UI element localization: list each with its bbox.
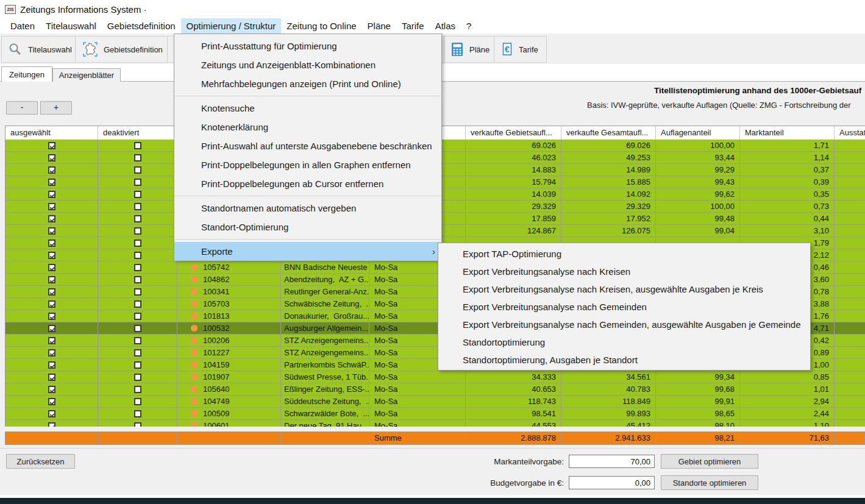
menu-item-print-doppelbelegungen-in-allen-graphen-entfernen[interactable]: Print-Doppelbelegungen in allen Graphen … — [174, 155, 441, 174]
header-col-marktanteil[interactable]: Marktanteil — [740, 126, 835, 140]
budget-target-input[interactable] — [569, 476, 655, 489]
deaktiviert-checkbox[interactable] — [134, 422, 141, 427]
ausgewaehlt-checkbox[interactable] — [48, 361, 55, 369]
ausgewaehlt-checkbox[interactable] — [48, 300, 55, 308]
deaktiviert-checkbox[interactable] — [134, 337, 141, 344]
deaktiviert-checkbox[interactable] — [134, 154, 141, 161]
deaktiviert-checkbox[interactable] — [134, 276, 141, 283]
plaene-button[interactable]: Pläne — [444, 37, 494, 62]
menu-item-zeitungs-und-anzeigenblatt-kombinationen[interactable]: Zeitungs und Anzeigenblatt-Kombinationen — [174, 55, 441, 74]
deaktiviert-checkbox[interactable] — [134, 264, 141, 271]
menubar-item-help[interactable]: ? — [461, 18, 477, 34]
submenu-item-export-tap-optimierung[interactable]: Export TAP-Optimierung — [438, 245, 810, 263]
tab-zeitungen[interactable]: Zeitungen — [1, 66, 52, 82]
menu-item-knotenerkl-rung[interactable]: Knotenerklärung — [174, 118, 441, 137]
menubar-item-pl-ne[interactable]: Pläne — [362, 18, 396, 34]
menu-item-exporte[interactable]: Exporte› — [174, 242, 441, 261]
deaktiviert-checkbox[interactable] — [134, 398, 141, 405]
ausgewaehlt-checkbox[interactable] — [48, 142, 55, 149]
deaktiviert-checkbox[interactable] — [134, 191, 141, 198]
deaktiviert-checkbox[interactable] — [134, 374, 141, 381]
marketshare-target-input[interactable] — [569, 455, 655, 468]
gebietsdefinition-button[interactable]: Gebietsdefinition — [76, 37, 168, 62]
menubar-item-gebietsdefinition[interactable]: Gebietsdefinition — [102, 18, 181, 34]
zoom-out-button[interactable]: - — [6, 101, 38, 115]
ausgewaehlt-checkbox[interactable] — [48, 349, 55, 357]
ausgewaehlt-checkbox[interactable] — [48, 422, 55, 427]
ausgewaehlt-checkbox[interactable] — [48, 410, 55, 417]
deaktiviert-checkbox[interactable] — [134, 288, 141, 296]
header-col-verkaufte-gebietsauflage[interactable]: verkaufte Gebietsaufl... — [466, 126, 561, 140]
deaktiviert-checkbox[interactable] — [134, 325, 141, 332]
deaktiviert-checkbox[interactable] — [134, 203, 141, 210]
table-row[interactable]: 100601Der neue Tag, 91 Hau...Mo-Sa44.553… — [5, 420, 865, 427]
optimize-locations-button[interactable]: Standorte optimieren — [661, 475, 758, 490]
ausgewaehlt-checkbox[interactable] — [48, 154, 55, 161]
menu-item-print-doppelbelegungen-ab-cursor-entfernen[interactable]: Print-Doppelbelegungen ab Cursor entfern… — [174, 174, 441, 193]
submenu-item-export-verbreitungsanalyse-nach-kreisen[interactable]: Export Verbreitungsanalyse nach Kreisen — [438, 263, 810, 280]
menu-item-print-ausstattung-f-r-optimierung[interactable]: Print-Ausstattung für Optimierung — [174, 37, 441, 55]
deaktiviert-checkbox[interactable] — [134, 215, 141, 222]
menu-item-knotensuche[interactable]: Knotensuche — [174, 99, 441, 118]
menu-item-print-auswahl-auf-unterste-ausgabenebene-beschr-nken[interactable]: Print-Auswahl auf unterste Ausgabenebene… — [174, 137, 441, 155]
header-col-ausstattung[interactable]: Ausstat — [835, 126, 865, 140]
submenu-item-standortoptimierung-ausgaben-je-standort[interactable]: Standortoptimierung, Ausgaben je Standor… — [438, 351, 810, 369]
titelauswahl-button[interactable]: Titelauswahl — [2, 37, 76, 62]
ausgewaehlt-checkbox[interactable] — [48, 166, 55, 174]
ausgewaehlt-checkbox[interactable] — [48, 386, 55, 393]
deaktiviert-checkbox[interactable] — [134, 179, 141, 186]
deaktiviert-checkbox[interactable] — [134, 410, 141, 417]
optimize-area-button[interactable]: Gebiet optimieren — [661, 454, 758, 469]
deaktiviert-checkbox[interactable] — [134, 361, 141, 369]
menubar-item-titelauswahl[interactable]: Titelauswahl — [40, 18, 102, 34]
table-row[interactable]: 100509Schwarzwälder Bote, ...Mo-Sa98.541… — [5, 408, 865, 420]
deaktiviert-checkbox[interactable] — [134, 227, 141, 235]
menu-item-mehrfachbelegungen-anzeigen-print-und-online[interactable]: Mehrfachbelegungen anzeigen (Print und O… — [174, 74, 441, 93]
header-col-deaktiviert[interactable]: deaktiviert — [98, 126, 177, 140]
deaktiviert-checkbox[interactable] — [134, 142, 141, 149]
ausgewaehlt-checkbox[interactable] — [48, 398, 55, 405]
deaktiviert-checkbox[interactable] — [134, 300, 141, 308]
ausgewaehlt-checkbox[interactable] — [48, 276, 55, 283]
header-col-auflagenanteil[interactable]: Auflagenanteil — [656, 126, 740, 140]
menubar-item-tarife[interactable]: Tarife — [396, 18, 430, 34]
submenu-item-export-verbreitungsanalyse-nach-gemeinden-ausgew-hlte-ausgaben-je-gemeinde[interactable]: Export Verbreitungsanalyse nach Gemeinde… — [438, 316, 810, 333]
menu-item-standortnamen-automatisch-vergeben[interactable]: Standortnamen automatisch vergeben — [174, 199, 441, 218]
ausgewaehlt-checkbox[interactable] — [48, 264, 55, 271]
ausgewaehlt-checkbox[interactable] — [48, 288, 55, 296]
table-row[interactable]: 104749Süddeutsche Zeitung, ...Mo-Sa118.7… — [5, 396, 865, 408]
deaktiviert-checkbox[interactable] — [134, 349, 141, 357]
menubar-item-atlas[interactable]: Atlas — [430, 18, 461, 34]
menubar-item-zeitung-to-online[interactable]: Zeitung to Online — [281, 18, 361, 34]
deaktiviert-checkbox[interactable] — [134, 166, 141, 174]
ausgewaehlt-checkbox[interactable] — [48, 203, 55, 210]
ausgewaehlt-checkbox[interactable] — [48, 252, 55, 259]
ausgewaehlt-checkbox[interactable] — [48, 240, 55, 247]
menu-item-standort-optimierung[interactable]: Standort-Optimierung — [174, 218, 441, 236]
ausgewaehlt-checkbox[interactable] — [48, 179, 55, 186]
tarife-button[interactable]: € Tarife — [495, 37, 547, 62]
deaktiviert-checkbox[interactable] — [134, 252, 141, 259]
submenu-item-export-verbreitungsanalyse-nach-kreisen-ausgew-hlte-ausgaben-je-kreis[interactable]: Export Verbreitungsanalyse nach Kreisen,… — [438, 280, 810, 298]
deaktiviert-checkbox[interactable] — [134, 240, 141, 247]
submenu-item-export-verbreitungsanalyse-nach-gemeinden[interactable]: Export Verbreitungsanalyse nach Gemeinde… — [438, 298, 810, 316]
ausgewaehlt-checkbox[interactable] — [48, 374, 55, 381]
submenu-item-standortoptimierung[interactable]: Standortoptimierung — [438, 333, 810, 351]
ausgewaehlt-checkbox[interactable] — [48, 313, 55, 320]
deaktiviert-checkbox[interactable] — [134, 313, 141, 320]
zoom-in-button[interactable]: + — [40, 101, 72, 115]
ausgewaehlt-checkbox[interactable] — [48, 337, 55, 344]
deaktiviert-checkbox[interactable] — [134, 386, 141, 393]
menubar-item-optimierung-struktur[interactable]: Optimierung / Struktur — [181, 18, 282, 34]
ausgewaehlt-checkbox[interactable] — [48, 215, 55, 222]
ausgewaehlt-checkbox[interactable] — [48, 191, 55, 198]
reset-button[interactable]: Zurücksetzen — [6, 454, 75, 469]
tab-anzeigenblaetter[interactable]: Anzeigenblätter — [52, 68, 121, 82]
ausgewaehlt-checkbox[interactable] — [48, 227, 55, 235]
ausgewaehlt-checkbox[interactable] — [48, 325, 55, 332]
table-row[interactable]: 101907Südwest Presse, 1 Tüb...Mo-Sa34.33… — [5, 371, 865, 383]
table-row[interactable]: 105640Eßlinger Zeitung, ESS-...Mo-Sa40.6… — [5, 383, 865, 396]
header-col-ausgewaehlt[interactable]: ausgewählt — [5, 126, 98, 140]
menubar-item-daten[interactable]: Daten — [5, 18, 40, 34]
header-col-verkaufte-gesamtauflage[interactable]: verkaufte Gesamtaufl... — [561, 126, 656, 140]
